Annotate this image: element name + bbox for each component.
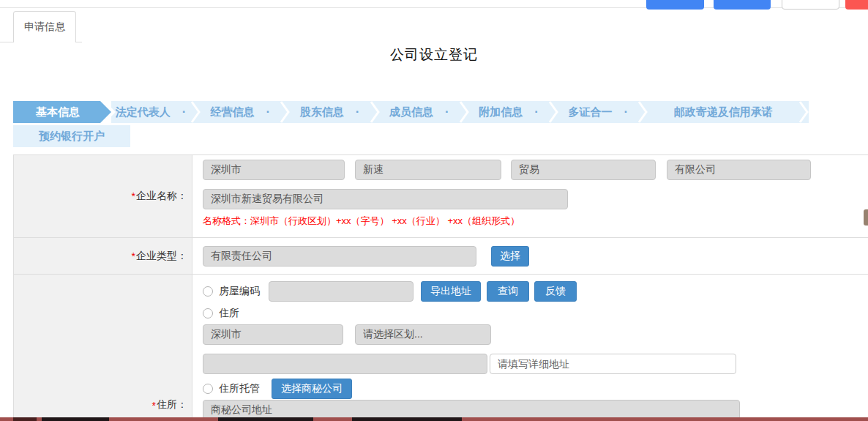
chevron-right-icon: [637, 101, 648, 123]
edge-segment: [13, 417, 37, 421]
name-orgform-input[interactable]: [667, 160, 811, 180]
step-legal-representative[interactable]: 法定代表人 ·: [111, 101, 190, 123]
step-label: 法定代表人: [116, 105, 171, 119]
name-format-hint: 名称格式：深圳市（行政区划）+xx（字号） +xx（行业） +xx（组织形式）: [203, 215, 868, 228]
enterprise-name-row: *企业名称： 名称格式：深圳市（行政区划）+xx（字号） +xx（行业） +xx…: [14, 155, 868, 238]
step-label: 多证合一: [568, 105, 612, 119]
enterprise-type-input[interactable]: [203, 246, 476, 267]
required-asterisk: *: [132, 190, 135, 202]
step-dot: ·: [182, 105, 187, 119]
name-city-input[interactable]: [203, 160, 345, 180]
topbar-button-1[interactable]: [646, 0, 704, 10]
required-asterisk: *: [132, 250, 135, 262]
select-trustee-company-button[interactable]: 选择商秘公司: [272, 379, 352, 399]
address-radio-label: 住所: [219, 307, 239, 320]
address-row: *住所： 房屋编码 导出地址 查询 反馈 住所: [14, 275, 868, 420]
address-city-input[interactable]: [203, 324, 343, 345]
chevron-right-icon: [798, 101, 809, 123]
step-label: 预约银行开户: [39, 130, 105, 144]
topbar-button-2[interactable]: [714, 0, 771, 10]
registration-form: *企业名称： 名称格式：深圳市（行政区划）+xx（字号） +xx（行业） +xx…: [13, 154, 868, 421]
step-dot: ·: [266, 105, 271, 119]
enterprise-type-label: *企业类型：: [14, 238, 192, 274]
step-dot: ·: [356, 105, 360, 119]
label-text: 企业名称：: [136, 190, 187, 203]
step-dot: ·: [445, 105, 449, 119]
chevron-right-icon: [459, 101, 469, 123]
address-fields: 房屋编码 导出地址 查询 反馈 住所: [192, 275, 868, 420]
step-label: 邮政寄递及信用承诺: [674, 105, 773, 119]
tab-label: 申请信息: [24, 21, 65, 34]
name-tradename-input[interactable]: [355, 160, 501, 180]
chevron-right-icon: [280, 101, 290, 123]
wizard-stepper: 基本信息 法定代表人 · 经营信息 · 股东信息 · 成员信息 · 附加信息 ·…: [13, 101, 809, 123]
address-label: *住所：: [14, 275, 192, 420]
step-additional-info[interactable]: 附加信息 ·: [469, 101, 548, 123]
step-label: 经营信息: [211, 105, 255, 119]
tab-application-info[interactable]: 申请信息: [13, 11, 76, 42]
step-label: 成员信息: [389, 105, 433, 119]
step-basic-info[interactable]: 基本信息: [13, 101, 111, 123]
enterprise-type-fields: 选择: [192, 238, 868, 274]
topbar-button-close[interactable]: [845, 0, 868, 10]
select-type-button[interactable]: 选择: [491, 246, 529, 267]
chevron-right-icon: [190, 101, 201, 123]
chevron-right-icon: [548, 101, 558, 123]
trustee-radio[interactable]: [203, 384, 213, 394]
detail-address-input[interactable]: [490, 354, 736, 374]
house-code-radio[interactable]: [203, 286, 213, 297]
page-title: 公司设立登记: [0, 45, 868, 64]
house-code-radio-label: 房屋编码: [219, 285, 260, 298]
step-multi-certificate[interactable]: 多证合一 ·: [558, 101, 637, 123]
edge-segment: [42, 417, 109, 421]
step-label: 股东信息: [300, 105, 344, 119]
page: 申请信息 公司设立登记 基本信息 法定代表人 · 经营信息 · 股东信息 · 成…: [0, 0, 868, 421]
topbar-button-3[interactable]: [782, 0, 839, 10]
edge-widget-icon[interactable]: [864, 209, 868, 226]
required-asterisk: *: [152, 400, 156, 411]
export-address-button[interactable]: 导出地址: [421, 281, 481, 302]
step-bank-account[interactable]: 预约银行开户: [13, 125, 130, 147]
district-select-input[interactable]: [355, 324, 491, 345]
name-industry-input[interactable]: [511, 160, 656, 180]
step-member-info[interactable]: 成员信息 ·: [380, 101, 459, 123]
street-input[interactable]: [203, 354, 487, 374]
full-name-input[interactable]: [203, 189, 568, 209]
step-label: 附加信息: [479, 105, 523, 119]
enterprise-name-fields: 名称格式：深圳市（行政区划）+xx（字号） +xx（行业） +xx（组织形式）: [192, 155, 868, 237]
feedback-button[interactable]: 反馈: [534, 281, 577, 302]
trustee-radio-label: 住所托管: [219, 382, 260, 395]
step-postal-credit[interactable]: 邮政寄递及信用承诺: [648, 101, 798, 123]
edge-segment: [218, 417, 313, 421]
house-code-input[interactable]: [269, 281, 414, 302]
edge-segment: [352, 417, 462, 421]
enterprise-name-label: *企业名称：: [14, 155, 192, 237]
label-text: 企业类型：: [136, 250, 187, 263]
enterprise-type-row: *企业类型： 选择: [14, 238, 868, 275]
step-label: 基本信息: [36, 105, 89, 119]
step-shareholder-info[interactable]: 股东信息 ·: [290, 101, 369, 123]
label-text: 住所：: [157, 398, 187, 411]
query-button[interactable]: 查询: [487, 281, 529, 302]
window-bottom-edge: [0, 417, 868, 421]
address-radio[interactable]: [203, 308, 213, 318]
step-business-info[interactable]: 经营信息 ·: [201, 101, 280, 123]
chevron-right-icon: [370, 101, 380, 123]
step-dot: ·: [534, 105, 539, 119]
step-dot: ·: [624, 105, 628, 119]
